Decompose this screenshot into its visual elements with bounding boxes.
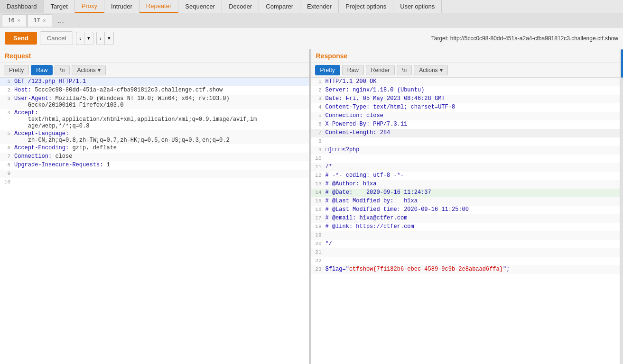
menu-sequencer[interactable]: Sequencer <box>178 0 222 13</box>
response-toolbar: Pretty Raw Render \n Actions ▾ <box>311 63 620 78</box>
tab-17[interactable]: 17 × <box>28 14 52 27</box>
nav-back-dropdown[interactable]: ▾ <box>84 32 93 45</box>
menu-intruder[interactable]: Intruder <box>104 0 139 13</box>
response-line-17: 17 # @email: h1xa@ctfer.com <box>311 214 620 223</box>
response-line-4: 4 Content-Type: text/html; charset=UTF-8 <box>311 103 620 112</box>
request-tab-pretty[interactable]: Pretty <box>4 65 29 75</box>
response-code-area[interactable]: 1 HTTP/1.1 200 OK 2 Server: nginx/1.18.0… <box>311 78 620 364</box>
menu-repeater[interactable]: Repeater <box>139 0 178 13</box>
response-line-19: 19 <box>311 231 620 240</box>
target-info: Target: http://5ccc0c98-80dd-451a-a2a4-c… <box>431 35 618 42</box>
response-line-2: 2 Server: nginx/1.18.0 (Ubuntu) <box>311 86 620 95</box>
request-line-2: 2 Host: 5ccc0c98-80dd-451a-a2a4-cfba9818… <box>0 86 309 95</box>
menu-target[interactable]: Target <box>44 0 75 13</box>
menu-bar: Dashboard Target Proxy Intruder Repeater… <box>0 0 623 13</box>
request-panel: Request Pretty Raw \n Actions ▾ 1 GET /1… <box>0 49 309 364</box>
menu-project-options[interactable]: Project options <box>339 0 393 13</box>
response-line-16: 16 # @Last Modified time: 2020-09-16 11:… <box>311 206 620 214</box>
response-tab-raw[interactable]: Raw <box>342 65 364 75</box>
request-code-area[interactable]: 1 GET /123.php HTTP/1.1 2 Host: 5ccc0c98… <box>0 78 309 364</box>
request-header: Request <box>0 49 309 63</box>
nav-forward-button[interactable]: › <box>96 32 104 45</box>
request-line-3: 3 User-Agent: Mozilla/5.0 (Windows NT 10… <box>0 95 309 109</box>
send-button[interactable]: Send <box>5 32 37 45</box>
menu-decoder[interactable]: Decoder <box>222 0 259 13</box>
right-scrollbar[interactable] <box>620 49 623 364</box>
nav-back-group: ‹ ▾ <box>76 32 93 45</box>
tab-16[interactable]: 16 × <box>2 14 27 27</box>
response-line-1: 1 HTTP/1.1 200 OK <box>311 78 620 86</box>
response-line-23: 23 $flag="ctfshow{7f1182b6-ebec-4589-9c9… <box>311 265 620 274</box>
cancel-button[interactable]: Cancel <box>40 31 73 45</box>
request-tab-newline[interactable]: \n <box>55 65 70 75</box>
response-line-7: 7 Content-Length: 284 <box>311 129 620 137</box>
request-toolbar: Pretty Raw \n Actions ▾ <box>0 63 309 78</box>
actions-dropdown-icon: ▾ <box>98 67 101 73</box>
response-line-10: 10 <box>311 155 620 163</box>
main-content: Request Pretty Raw \n Actions ▾ 1 GET /1… <box>0 49 623 364</box>
menu-extender[interactable]: Extender <box>300 0 339 13</box>
response-line-22: 22 <box>311 257 620 265</box>
response-line-21: 21 <box>311 248 620 257</box>
scrollbar-thumb <box>621 49 623 78</box>
request-line-9: 9 <box>0 170 309 178</box>
response-line-6: 6 X-Powered-By: PHP/7.3.11 <box>311 120 620 129</box>
response-panel: Response Pretty Raw Render \n Actions ▾ … <box>311 49 621 364</box>
response-line-11: 11 /* <box>311 163 620 172</box>
menu-comparer[interactable]: Comparer <box>259 0 300 13</box>
response-line-9: 9 □]□□□<?php <box>311 146 620 155</box>
request-line-6: 6 Accept-Encoding: gzip, deflate <box>0 144 309 153</box>
menu-user-options[interactable]: User options <box>393 0 442 13</box>
response-actions-dropdown-icon: ▾ <box>440 67 443 73</box>
request-line-5: 5 Accept-Language: zh-CN,zh;q=0.8,zh-TW;… <box>0 130 309 144</box>
tab-16-label: 16 <box>8 17 14 24</box>
tab-16-close[interactable]: × <box>17 18 20 23</box>
response-line-20: 20 */ <box>311 240 620 248</box>
response-line-13: 13 # @Author: h1xa <box>311 180 620 189</box>
response-line-5: 5 Connection: close <box>311 112 620 120</box>
response-line-3: 3 Date: Fri, 05 May 2023 08:46:28 GMT <box>311 95 620 103</box>
response-line-15: 15 # @Last Modified by: h1xa <box>311 197 620 206</box>
nav-back-button[interactable]: ‹ <box>76 32 84 45</box>
request-line-1: 1 GET /123.php HTTP/1.1 <box>0 78 309 86</box>
toolbar: Send Cancel ‹ ▾ › ▾ Target: http://5ccc0… <box>0 27 623 49</box>
response-line-12: 12 # -*- coding: utf-8 -*- <box>311 172 620 180</box>
response-line-14: 14 # @Date: 2020-09-16 11:24:37 <box>311 189 620 197</box>
request-line-10: 10 <box>0 178 309 187</box>
menu-dashboard[interactable]: Dashboard <box>0 0 44 13</box>
response-tab-newline[interactable]: \n <box>397 65 412 75</box>
tab-17-label: 17 <box>34 17 40 24</box>
response-tab-actions[interactable]: Actions ▾ <box>414 65 447 75</box>
request-line-8: 8 Upgrade-Insecure-Requests: 1 <box>0 161 309 170</box>
response-line-8: 8 <box>311 137 620 146</box>
response-header: Response <box>311 49 620 63</box>
tabs-bar: 16 × 17 × ... <box>0 13 623 27</box>
menu-proxy[interactable]: Proxy <box>75 0 104 13</box>
request-line-7: 7 Connection: close <box>0 153 309 161</box>
request-line-4: 4 Accept: text/html,application/xhtml+xm… <box>0 109 309 130</box>
response-tab-pretty[interactable]: Pretty <box>315 65 340 75</box>
request-tab-raw[interactable]: Raw <box>31 65 53 75</box>
tab-17-close[interactable]: × <box>43 18 46 23</box>
nav-forward-dropdown[interactable]: ▾ <box>104 32 114 45</box>
request-tab-actions[interactable]: Actions ▾ <box>72 65 105 75</box>
nav-forward-group: › ▾ <box>96 32 114 45</box>
tab-more[interactable]: ... <box>53 14 69 27</box>
response-line-18: 18 # @link: https://ctfer.com <box>311 223 620 231</box>
response-tab-render[interactable]: Render <box>366 65 395 75</box>
